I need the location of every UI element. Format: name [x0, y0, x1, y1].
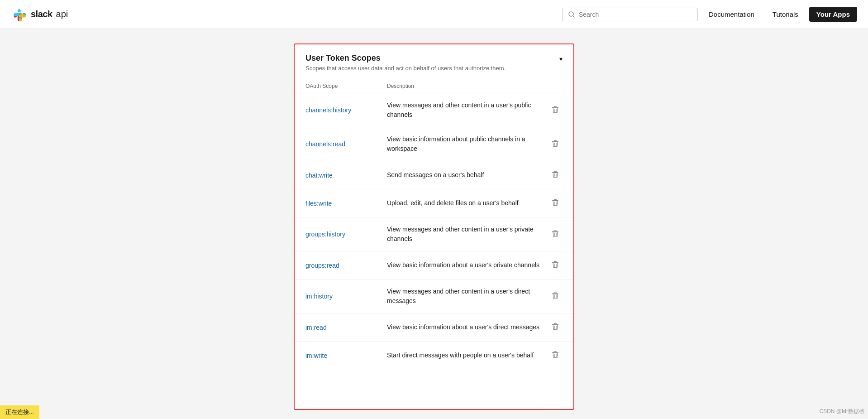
- svg-rect-26: [554, 292, 557, 293]
- col-desc-header: Description: [387, 83, 563, 89]
- scope-link[interactable]: im:write: [305, 352, 327, 359]
- scope-cell: channels:history: [305, 106, 387, 114]
- scope-cell: groups:history: [305, 230, 387, 238]
- scope-cell: groups:read: [305, 261, 387, 270]
- table-row: channels:history View messages and other…: [295, 93, 573, 127]
- svg-rect-15: [552, 200, 558, 201]
- delete-scope-button[interactable]: [550, 290, 561, 303]
- table-row: files:write Upload, edit, and delete fil…: [295, 189, 573, 217]
- search-box[interactable]: [562, 8, 698, 21]
- desc-cell: View basic information about a user's pr…: [387, 260, 548, 270]
- trash-icon: [552, 292, 559, 299]
- desc-cell: Start direct messages with people on a u…: [387, 351, 548, 360]
- action-cell: [548, 290, 563, 303]
- desc-cell: View messages and other content in a use…: [387, 225, 548, 244]
- delete-scope-button[interactable]: [550, 321, 561, 334]
- scope-link[interactable]: im:read: [305, 324, 327, 331]
- trash-icon: [552, 198, 559, 206]
- scope-link[interactable]: chat:write: [305, 172, 333, 179]
- svg-rect-2: [554, 106, 557, 107]
- scope-cell: files:write: [305, 199, 387, 207]
- table-row: im:history View messages and other conte…: [295, 279, 573, 313]
- svg-rect-27: [552, 293, 558, 294]
- col-scope-header: OAuth Scope: [305, 83, 387, 89]
- action-cell: [548, 321, 563, 334]
- table-row: groups:history View messages and other c…: [295, 217, 573, 251]
- action-cell: [548, 349, 563, 362]
- trash-icon: [552, 230, 559, 237]
- action-cell: [548, 228, 563, 241]
- svg-rect-22: [554, 261, 557, 262]
- svg-rect-23: [552, 262, 558, 263]
- action-cell: [548, 197, 563, 210]
- scope-cell: im:read: [305, 323, 387, 332]
- svg-rect-18: [554, 230, 557, 231]
- table-row: groups:read View basic information about…: [295, 251, 573, 279]
- scope-link[interactable]: files:write: [305, 200, 332, 207]
- desc-cell: Upload, edit, and delete files on a user…: [387, 198, 548, 208]
- svg-rect-11: [552, 172, 558, 173]
- your-apps-button[interactable]: Your Apps: [809, 7, 857, 22]
- scope-cell: im:write: [305, 352, 387, 360]
- svg-rect-10: [554, 171, 557, 172]
- card-header: User Token Scopes Scopes that access use…: [295, 44, 573, 79]
- scope-link[interactable]: channels:history: [305, 106, 351, 114]
- card-subtitle: Scopes that access user data and act on …: [305, 65, 506, 72]
- header-nav: Documentation Tutorials Your Apps: [562, 7, 857, 22]
- table-header-row: OAuth Scope Description: [295, 79, 573, 93]
- svg-rect-35: [552, 352, 558, 353]
- svg-rect-6: [554, 140, 557, 141]
- scope-cell: chat:write: [305, 171, 387, 179]
- trash-icon: [552, 351, 559, 358]
- tutorials-link[interactable]: Tutorials: [765, 7, 806, 22]
- delete-scope-button[interactable]: [550, 349, 561, 362]
- delete-scope-button[interactable]: [550, 104, 561, 117]
- desc-cell: Send messages on a user's behalf: [387, 170, 548, 180]
- delete-scope-button[interactable]: [550, 197, 561, 210]
- table-row: channels:read View basic information abo…: [295, 127, 573, 161]
- watermark: CSDN @Mr数据榜: [819, 408, 864, 415]
- delete-scope-button[interactable]: [550, 228, 561, 241]
- scopes-card: User Token Scopes Scopes that access use…: [294, 43, 574, 410]
- desc-cell: View messages and other content in a use…: [387, 287, 548, 306]
- scope-link[interactable]: groups:history: [305, 231, 345, 238]
- delete-scope-button[interactable]: [550, 138, 561, 151]
- delete-scope-button[interactable]: [550, 169, 561, 182]
- action-cell: [548, 138, 563, 151]
- trash-icon: [552, 106, 559, 113]
- search-input[interactable]: [579, 11, 692, 18]
- slack-logo-icon: [11, 6, 27, 23]
- chevron-down-icon[interactable]: ▾: [559, 55, 563, 63]
- trash-icon: [552, 323, 559, 330]
- table-row: chat:write Send messages on a user's beh…: [295, 161, 573, 189]
- scope-link[interactable]: groups:read: [305, 262, 339, 269]
- svg-rect-3: [552, 107, 558, 108]
- svg-rect-31: [552, 324, 558, 325]
- card-title: User Token Scopes: [305, 53, 506, 63]
- logo-brand: slack: [31, 9, 52, 19]
- bottom-notice: 正在连接...: [0, 405, 39, 419]
- action-cell: [548, 169, 563, 182]
- svg-rect-7: [552, 141, 558, 142]
- delete-scope-button[interactable]: [550, 259, 561, 272]
- desc-cell: View messages and other content in a use…: [387, 101, 548, 120]
- svg-rect-34: [554, 352, 557, 352]
- svg-rect-30: [554, 323, 557, 324]
- scope-cell: channels:read: [305, 140, 387, 148]
- scope-link[interactable]: channels:read: [305, 140, 345, 148]
- svg-rect-14: [554, 199, 557, 200]
- trash-icon: [552, 170, 559, 178]
- trash-icon: [552, 140, 559, 147]
- scope-link[interactable]: im:history: [305, 293, 333, 300]
- logo-area: slack api: [11, 6, 68, 23]
- logo-api: api: [56, 9, 68, 19]
- svg-rect-19: [552, 231, 558, 232]
- scope-rows-container: channels:history View messages and other…: [295, 93, 573, 369]
- desc-cell: View basic information about public chan…: [387, 135, 548, 154]
- trash-icon: [552, 260, 559, 268]
- svg-line-1: [572, 15, 574, 17]
- documentation-link[interactable]: Documentation: [701, 7, 762, 22]
- table-row: im:write Start direct messages with peop…: [295, 342, 573, 369]
- search-icon: [568, 11, 575, 18]
- action-cell: [548, 104, 563, 117]
